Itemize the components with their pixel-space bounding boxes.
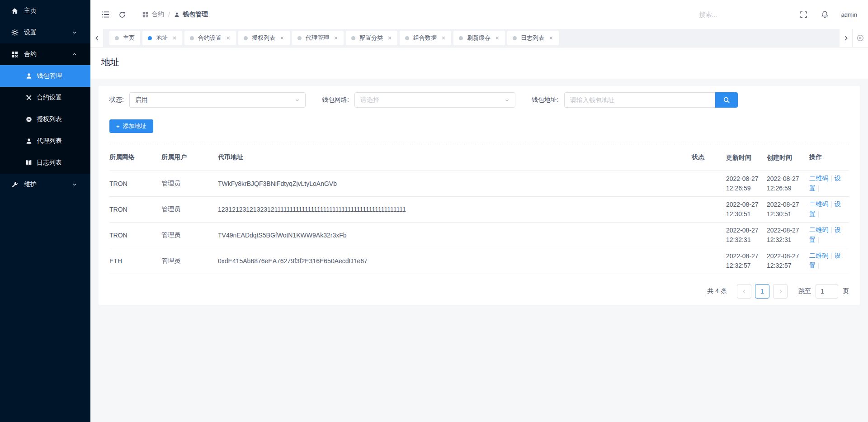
sidebar-subitem[interactable]: 日志列表 <box>0 152 90 174</box>
content-area: 地址 状态: 启用 钱包网络: 请选择 <box>90 47 868 422</box>
chevron-down-icon <box>295 98 300 103</box>
notifications-bell-icon[interactable] <box>821 10 829 19</box>
qrcode-link[interactable]: 二维码 <box>809 175 828 182</box>
tab-bar: 主页 地址 合约设置 授权列表 代理管理 配置分类 组合数据 刷新缓存 日志列表 <box>90 29 868 47</box>
collapse-menu-icon[interactable] <box>101 11 109 18</box>
user-menu[interactable]: admin <box>841 11 857 18</box>
cell-network: TRON <box>109 180 161 187</box>
sidebar-group: 主页 <box>0 0 90 22</box>
col-address: 代币地址 <box>218 153 692 161</box>
sidebar-subitem-label: 代理列表 <box>37 137 62 145</box>
search-icon <box>723 96 730 104</box>
cell-user: 管理员 <box>161 231 218 239</box>
app-root: 主页设置合约钱包管理合约设置授权列表代理列表日志列表维护 合约 / <box>0 0 868 422</box>
col-network: 所属网络 <box>109 153 161 161</box>
fullscreen-icon[interactable] <box>800 11 807 19</box>
table-row: ETH 管理员 0xdE415Ab6876eEA76279f3f2E316E65… <box>109 248 849 274</box>
tab-close-icon[interactable] <box>172 36 177 40</box>
sidebar-menu: 主页设置合约钱包管理合约设置授权列表代理列表日志列表维护 <box>0 0 90 195</box>
tab[interactable]: 刷新缓存 <box>453 31 505 45</box>
tab-label: 刷新缓存 <box>467 34 491 42</box>
next-page-button[interactable] <box>773 284 788 299</box>
tools-icon <box>25 95 32 101</box>
page-title: 地址 <box>90 47 868 79</box>
tab-label: 合约设置 <box>198 34 222 42</box>
breadcrumb-page-label: 钱包管理 <box>183 10 208 19</box>
tab-close-icon[interactable] <box>226 36 231 40</box>
tab[interactable]: 地址 <box>142 31 182 45</box>
sidebar-subitem-label: 授权列表 <box>37 115 62 123</box>
chevron-down-icon <box>505 98 509 103</box>
gear-icon <box>11 29 19 37</box>
cell-actions: 二维码|设置| <box>809 251 849 270</box>
sidebar: 主页设置合约钱包管理合约设置授权列表代理列表日志列表维护 <box>0 0 90 422</box>
pagination-total: 共 4 条 <box>707 287 727 295</box>
chevron-up-icon <box>72 52 77 57</box>
sidebar-subitem[interactable]: 代理列表 <box>0 130 90 152</box>
sidebar-item[interactable]: 主页 <box>0 0 90 22</box>
sidebar-item[interactable]: 合约 <box>0 43 90 65</box>
sidebar-subitem-label: 合约设置 <box>37 94 62 102</box>
tab[interactable]: 组合数据 <box>400 31 451 45</box>
tab-close-icon[interactable] <box>280 36 284 40</box>
col-actions: 操作 <box>809 152 849 162</box>
tab[interactable]: 合约设置 <box>184 31 236 45</box>
tab-status-dot-icon <box>297 36 302 40</box>
tab-close-icon[interactable] <box>387 36 392 40</box>
cell-token-address: TV49nEADdqtS5BGfWotN1KWW9Ak32r3xFb <box>218 232 692 239</box>
tab-label: 组合数据 <box>413 34 437 42</box>
tab[interactable]: 配置分类 <box>346 31 397 45</box>
tabs-scroll-left-icon[interactable] <box>90 29 103 47</box>
pagination: 共 4 条 1 跳至 页 <box>109 284 849 299</box>
tab-label: 授权列表 <box>252 34 275 42</box>
tabs-scroll-right-icon[interactable] <box>840 29 852 47</box>
address-filter-label: 钱包地址: <box>532 96 559 104</box>
page-number-button[interactable]: 1 <box>755 284 769 299</box>
prev-page-button[interactable] <box>737 284 751 299</box>
sidebar-item[interactable]: 设置 <box>0 22 90 43</box>
tab-status-dot-icon <box>351 36 355 40</box>
tab-label: 配置分类 <box>359 34 383 42</box>
cell-updated-time: 2022-08-27 12:32:31 <box>726 226 764 245</box>
cell-network: TRON <box>109 232 161 239</box>
sidebar-subitem[interactable]: 钱包管理 <box>0 65 90 87</box>
global-search-input[interactable] <box>698 10 786 19</box>
sidebar-subitem[interactable]: 授权列表 <box>0 109 90 130</box>
home-icon <box>11 7 19 15</box>
status-filter-label: 状态: <box>109 96 124 104</box>
tab-close-icon[interactable] <box>441 36 446 40</box>
search-button[interactable] <box>715 92 738 108</box>
cell-token-address: 0xdE415Ab6876eEA76279f3f2E316E650AecdD1e… <box>218 257 692 265</box>
tab-close-icon[interactable] <box>334 36 338 40</box>
tabs-container: 主页 地址 合约设置 授权列表 代理管理 配置分类 组合数据 刷新缓存 日志列表 <box>109 31 840 45</box>
breadcrumb-section[interactable]: 合约 <box>142 10 164 19</box>
jump-page-input[interactable] <box>816 284 838 299</box>
qrcode-link[interactable]: 二维码 <box>809 200 828 208</box>
cell-token-address: TWkFy8krBJQF3BNiFdtyqZjvLtyLoAnGVb <box>218 180 692 187</box>
col-created: 创建时间 <box>767 153 807 162</box>
tab-close-icon[interactable] <box>495 36 500 40</box>
cell-user: 管理员 <box>161 180 218 188</box>
network-select[interactable]: 请选择 <box>354 92 515 108</box>
tab[interactable]: 授权列表 <box>238 31 290 45</box>
add-address-button[interactable]: + 添加地址 <box>109 119 153 133</box>
tab[interactable]: 主页 <box>109 31 140 45</box>
tab-status-dot-icon <box>190 36 194 40</box>
tab[interactable]: 日志列表 <box>507 31 559 45</box>
tab-status-dot-icon <box>115 36 119 40</box>
sidebar-subitem[interactable]: 合约设置 <box>0 87 90 109</box>
close-all-tabs-icon[interactable] <box>852 29 868 47</box>
refresh-icon[interactable] <box>118 11 126 19</box>
cell-updated-time: 2022-08-27 12:26:59 <box>726 174 764 193</box>
table-row: TRON 管理员 TV49nEADdqtS5BGfWotN1KWW9Ak32r3… <box>109 223 849 248</box>
sidebar-item[interactable]: 维护 <box>0 174 90 195</box>
tab[interactable]: 代理管理 <box>292 31 344 45</box>
cell-actions: 二维码|设置| <box>809 225 849 245</box>
status-select[interactable]: 启用 <box>129 92 306 108</box>
network-select-placeholder: 请选择 <box>360 96 379 104</box>
wallet-address-input[interactable] <box>564 92 715 108</box>
tab-close-icon[interactable] <box>549 36 553 40</box>
qrcode-link[interactable]: 二维码 <box>809 226 828 233</box>
authorization-icon <box>25 116 32 123</box>
qrcode-link[interactable]: 二维码 <box>809 252 828 259</box>
